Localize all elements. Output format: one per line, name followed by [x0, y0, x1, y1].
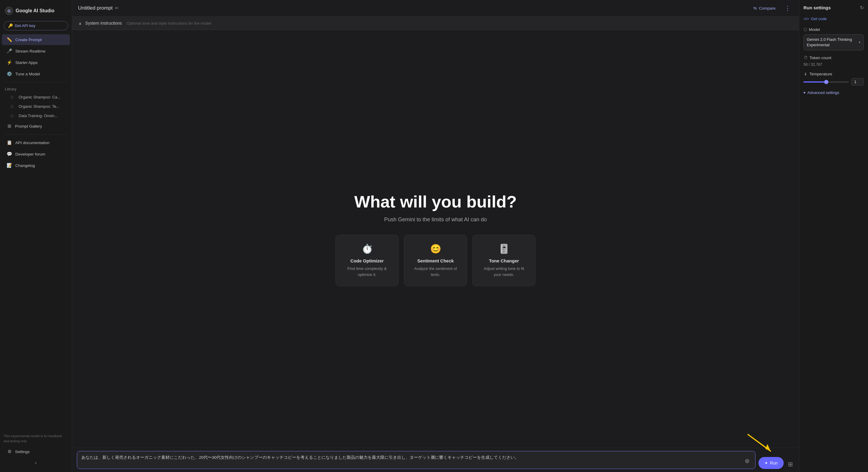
- input-wrapper[interactable]: あなたは、新しく発売されるオーガニック素材にこだわった、20代〜30代女性向けの…: [77, 451, 755, 469]
- code-optimizer-icon: ⏱️: [362, 243, 373, 254]
- sentiment-check-title: Sentiment Check: [417, 258, 454, 263]
- content-area: ▲ System Instructions Optional tone and …: [72, 17, 799, 472]
- sidebar-item-starter-apps[interactable]: ⚡ Starter Apps: [2, 57, 70, 68]
- add-content-button[interactable]: ⊕: [743, 456, 751, 466]
- temperature-icon: 🌡: [803, 71, 808, 76]
- model-select-dropdown[interactable]: Gemini 2.0 Flash Thinking Experimental ▾: [803, 34, 864, 51]
- tone-changer-desc: Adjust writing tone to fit your needs.: [480, 266, 528, 277]
- sidebar-item-settings[interactable]: ⚙ Settings: [2, 446, 70, 457]
- sidebar-collapse-button[interactable]: ‹: [0, 457, 72, 468]
- compare-icon: ⇆: [753, 6, 757, 10]
- sidebar-library-item-3[interactable]: □ Data Training: Onoin...: [2, 111, 70, 120]
- run-settings-title: Run settings: [803, 5, 831, 10]
- card-code-optimizer[interactable]: ⏱️ Code Optimizer Find time complexity &…: [336, 235, 399, 286]
- card-sentiment-check[interactable]: 😊 Sentiment Check Analyze the sentiment …: [404, 235, 467, 286]
- prompt-input[interactable]: あなたは、新しく発売されるオーガニック素材にこだわった、20代〜30代女性向けの…: [81, 454, 743, 461]
- library-section-label: Library: [0, 85, 72, 92]
- sentiment-check-icon: 😊: [430, 243, 441, 254]
- sidebar-item-create-prompt[interactable]: ✏️ Create Prompt: [2, 34, 70, 45]
- get-api-key-button[interactable]: 🔑 Get API key: [4, 21, 68, 30]
- system-instructions-bar: ▲ System Instructions Optional tone and …: [72, 17, 799, 30]
- chevron-down-advanced-icon: ▾: [803, 90, 806, 95]
- sidebar-divider-1: [4, 82, 68, 82]
- code-icon: </>: [803, 17, 809, 21]
- get-code-button[interactable]: </> Get code: [803, 15, 864, 22]
- sidebar-item-stream-realtime[interactable]: 🎤 Stream Realtime: [2, 46, 70, 56]
- topbar: Untitled prompt ✏ ⇆ Compare ⋮: [72, 0, 799, 17]
- hero-title: What will you build?: [354, 191, 517, 212]
- sidebar-item-changelog[interactable]: 📝 Changelog: [2, 160, 70, 171]
- main-area: Untitled prompt ✏ ⇆ Compare ⋮ ▲ System I…: [72, 0, 799, 472]
- tone-changer-icon: 🎚️: [499, 243, 509, 254]
- system-instructions-toggle[interactable]: ▲: [78, 21, 82, 26]
- edit-title-icon[interactable]: ✏: [115, 5, 119, 11]
- sidebar-footer-note: This experimental model is for feedback …: [0, 431, 72, 446]
- sidebar: G Google AI Studio 🔑 Get API key ✏️ Crea…: [0, 0, 72, 472]
- token-count-label: Token count: [809, 56, 831, 60]
- document-icon-2: □: [11, 104, 16, 109]
- chevron-down-icon: ▾: [859, 40, 861, 45]
- more-options-button[interactable]: ⋮: [782, 3, 793, 13]
- code-optimizer-title: Code Optimizer: [350, 258, 384, 263]
- temperature-input[interactable]: [851, 78, 864, 86]
- settings-icon: ⚙: [7, 449, 12, 454]
- model-section: ⬡ Model Gemini 2.0 Flash Thinking Experi…: [803, 27, 864, 51]
- sidebar-divider-2: [4, 134, 68, 135]
- temperature-control: [803, 78, 864, 86]
- run-button[interactable]: ✦ Run: [758, 457, 784, 469]
- input-bar: あなたは、新しく発売されるオーガニック素材にこだわった、20代〜30代女性向けの…: [72, 448, 799, 472]
- code-optimizer-desc: Find time complexity & optimize it.: [343, 266, 391, 277]
- hero-subtitle: Push Gemini to the limits of what AI can…: [384, 216, 487, 223]
- run-settings-header: Run settings ↻: [803, 5, 864, 10]
- center-content: What will you build? Push Gemini to the …: [72, 30, 799, 448]
- token-count-value: 50 / 32,767: [803, 62, 864, 67]
- input-extra-button[interactable]: ⊞: [787, 460, 794, 469]
- key-icon: 🔑: [8, 23, 13, 28]
- compare-button[interactable]: ⇆ Compare: [750, 4, 779, 12]
- chevron-left-icon: ‹: [35, 460, 37, 466]
- sidebar-library-item-2[interactable]: □ Organic Shampoo: Te...: [2, 102, 70, 111]
- token-count-section: ⏱ Token count 50 / 32,767: [803, 55, 864, 67]
- model-section-icon: ⬡: [803, 27, 807, 32]
- app-name: Google AI Studio: [16, 8, 54, 13]
- tune-icon: ⚙️: [7, 71, 12, 77]
- microphone-icon: 🎤: [7, 48, 12, 54]
- google-ai-studio-logo-icon: G: [5, 7, 13, 15]
- right-panel: Run settings ↻ </> Get code ⬡ Model Gemi…: [799, 0, 868, 472]
- document-icon-3: □: [11, 114, 16, 118]
- sentiment-check-desc: Analyze the sentiment of texts.: [411, 266, 460, 277]
- card-tone-changer[interactable]: 🎚️ Tone Changer Adjust writing tone to f…: [472, 235, 535, 286]
- model-section-label: Model: [809, 27, 820, 32]
- refresh-icon[interactable]: ↻: [860, 5, 864, 10]
- gallery-icon: ⊞: [7, 123, 12, 129]
- cards-row: ⏱️ Code Optimizer Find time complexity &…: [336, 235, 535, 286]
- sidebar-item-api-docs[interactable]: 📋 API documentation: [2, 137, 70, 148]
- sidebar-item-tune-model[interactable]: ⚙️ Tune a Model: [2, 68, 70, 79]
- run-icon: ✦: [765, 461, 768, 465]
- forum-icon: 💬: [7, 151, 12, 157]
- token-count-icon: ⏱: [803, 55, 808, 60]
- tone-changer-title: Tone Changer: [489, 258, 519, 263]
- svg-text:G: G: [7, 9, 10, 13]
- document-icon-1: □: [11, 95, 16, 99]
- temperature-label: Temperature: [809, 72, 832, 76]
- lightning-icon: ⚡: [7, 60, 12, 65]
- prompt-title: Untitled prompt ✏: [78, 5, 119, 11]
- advanced-settings-toggle[interactable]: ▾ Advanced settings: [803, 90, 864, 95]
- temperature-slider[interactable]: [803, 81, 849, 83]
- app-logo: G Google AI Studio: [0, 4, 72, 20]
- changelog-icon: 📝: [7, 163, 12, 168]
- create-prompt-icon: ✏️: [7, 37, 12, 42]
- sidebar-library-item-1[interactable]: □ Organic Shampoo: Ca...: [2, 93, 70, 101]
- api-docs-icon: 📋: [7, 140, 12, 145]
- model-select-value: Gemini 2.0 Flash Thinking Experimental: [807, 37, 857, 48]
- sidebar-item-prompt-gallery[interactable]: ⊞ Prompt Gallery: [2, 121, 70, 131]
- temperature-section: 🌡 Temperature: [803, 71, 864, 86]
- sidebar-item-developer-forum[interactable]: 💬 Developer forum: [2, 149, 70, 159]
